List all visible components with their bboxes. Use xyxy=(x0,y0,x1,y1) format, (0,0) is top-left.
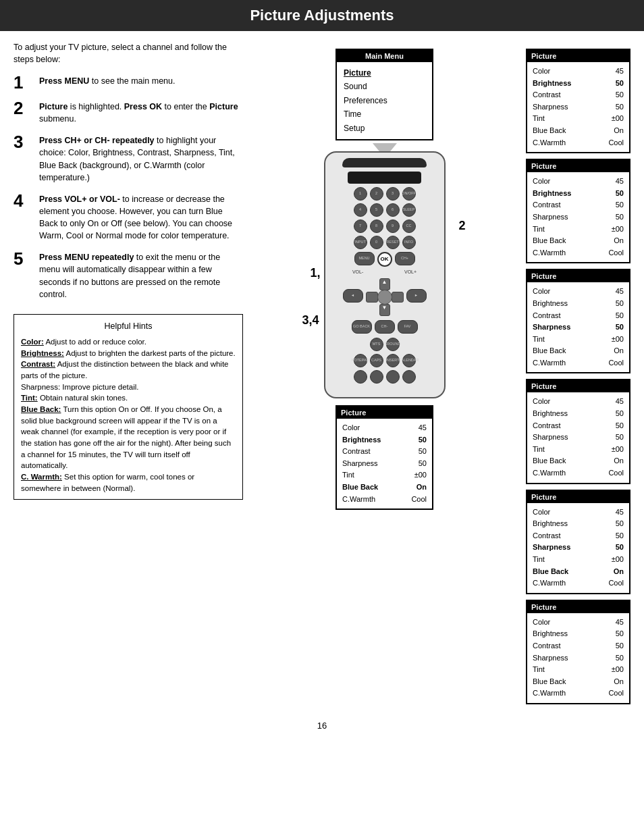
pb2-contrast: Contrast50 xyxy=(533,199,624,211)
step-number-1: 1 xyxy=(14,74,35,91)
pb4-blueback: Blue BackOn xyxy=(533,455,624,467)
pb-br-blueback: Blue BackOn xyxy=(533,676,624,688)
btn-3[interactable]: 3 xyxy=(386,187,400,201)
btn-calendar[interactable]: CALENDAR xyxy=(402,354,416,367)
btn-1[interactable]: 1 xyxy=(354,187,367,201)
btn-presets[interactable]: PRESETS xyxy=(386,236,400,249)
picture-box-4: Picture Color45 Brightness50 Contrast50 … xyxy=(526,379,630,484)
pb-br-brightness: Brightness50 xyxy=(533,628,624,640)
pb-br-sharpness: Sharpness50 xyxy=(533,652,624,664)
btn-sround[interactable]: SROUND xyxy=(386,338,400,351)
center-row-cwarmth: C.WarmthCool xyxy=(342,494,427,506)
btn-sleep[interactable]: SLEEP xyxy=(402,203,416,217)
vol-labels: VOL- VOL+ xyxy=(332,269,437,274)
vol-minus-label: VOL- xyxy=(352,269,363,274)
btn-menu[interactable]: MENU xyxy=(354,252,375,265)
pb3-sharpness: Sharpness50 xyxy=(533,321,624,334)
step-text-5: Press MENU repeatedly to exit the menu o… xyxy=(39,251,243,301)
btn-5[interactable]: 5 xyxy=(370,203,383,217)
btn-ch-up[interactable]: CH+ xyxy=(395,252,415,265)
intro-text: To adjust your TV picture, select a chan… xyxy=(14,42,243,66)
pb2-color: Color45 xyxy=(533,176,624,188)
btn-row-last xyxy=(332,370,437,384)
btn-7[interactable]: 7 xyxy=(354,219,367,233)
dpad-center[interactable] xyxy=(377,290,392,305)
pb1-contrast: Contrast50 xyxy=(533,89,624,101)
btn-vol-plus[interactable]: ► xyxy=(406,289,427,303)
page-title: Picture Adjustments xyxy=(0,0,644,31)
picture-box-3-body: Color45 Brightness50 Contrast50 Sharpnes… xyxy=(527,282,629,372)
btn-goback[interactable]: GO BACK xyxy=(352,320,372,334)
btn-notepad[interactable]: NOTEPAD xyxy=(354,354,367,367)
btn-caps[interactable]: CAPS xyxy=(370,354,383,367)
pb2-tint: Tint±00 xyxy=(533,224,624,236)
hints-title: Helpful Hints xyxy=(21,320,236,332)
pb3-contrast: Contrast50 xyxy=(533,310,624,322)
btn-0[interactable]: 0 xyxy=(370,236,383,249)
btn-input[interactable]: INPUT xyxy=(354,236,367,249)
dpad-right[interactable] xyxy=(392,292,404,303)
btn-f1[interactable] xyxy=(354,370,367,384)
btn-f3[interactable] xyxy=(386,370,400,384)
picture-box-1: Picture Color45 Brightness50 Contrast50 … xyxy=(526,49,630,153)
btn-onoff[interactable]: ON/OFF xyxy=(402,187,416,201)
btn-mts[interactable]: MTS xyxy=(370,338,383,351)
vol-plus-label: VOL+ xyxy=(404,269,417,274)
center-row-blueback: Blue BackOn xyxy=(342,481,427,494)
pb5-tint: Tint±00 xyxy=(533,554,624,566)
pb2-brightness: Brightness50 xyxy=(533,188,624,200)
btn-f2[interactable] xyxy=(370,370,383,384)
picture-box-3-title: Picture xyxy=(527,270,629,282)
btn-ch-down[interactable]: CH- xyxy=(375,320,395,334)
btn-2[interactable]: 2 xyxy=(370,187,383,201)
center-row-sharpness: Sharpness50 xyxy=(342,458,427,470)
btn-ok[interactable]: OK xyxy=(377,252,392,267)
pb5-sharpness: Sharpness50 xyxy=(533,542,624,554)
pb5-cwarmth: C.WarmthCool xyxy=(533,577,624,590)
menu-item-setup: Setup xyxy=(344,122,425,135)
pb3-cwarmth: C.WarmthCool xyxy=(533,357,624,369)
pb1-tint: Tint±00 xyxy=(533,113,624,125)
btn-row-bottom: NOTEPAD CAPS INSERT CALENDAR xyxy=(332,354,437,367)
step-text-2: Picture is highlighted. Press OK to ente… xyxy=(39,101,243,125)
dpad-down[interactable]: ▼ xyxy=(379,304,390,316)
picture-box-5: Picture Color45 Brightness50 Contrast50 … xyxy=(526,490,630,594)
dpad: ▲ ▼ xyxy=(366,278,404,316)
picture-box-2-title: Picture xyxy=(527,160,629,172)
btn-9[interactable]: 9 xyxy=(386,219,400,233)
pb4-cwarmth: C.WarmthCool xyxy=(533,467,624,479)
step-number-5: 5 xyxy=(14,250,35,267)
btn-info[interactable]: INFO xyxy=(402,236,416,249)
center-bottom-picture-body: Color45 Brightness50 Contrast50 Sharpnes… xyxy=(337,419,432,509)
btn-cc[interactable]: CC xyxy=(402,219,416,233)
steps-list: 1 Press MENU to see the main menu. 2 Pic… xyxy=(14,75,243,301)
step-number-4: 4 xyxy=(14,192,35,209)
step-number-2: 2 xyxy=(14,99,35,117)
btn-f4[interactable] xyxy=(402,370,416,384)
left-column: To adjust your TV picture, select a chan… xyxy=(14,42,243,710)
btn-4[interactable]: 4 xyxy=(354,203,367,217)
picture-box-4-body: Color45 Brightness50 Contrast50 Sharpnes… xyxy=(527,392,629,482)
btn-vol-minus[interactable]: ◄ xyxy=(343,289,363,303)
picture-box-bottom-right: Picture Color45 Brightness50 Contrast50 … xyxy=(526,600,630,704)
menu-item-time: Time xyxy=(344,107,425,121)
btn-fav[interactable]: FAV xyxy=(398,320,418,334)
helpful-hints-box: Helpful Hints Color: Adjust to add or re… xyxy=(14,314,243,500)
btn-6[interactable]: 6 xyxy=(386,203,400,217)
pb1-color: Color45 xyxy=(533,66,624,78)
step-1: 1 Press MENU to see the main menu. xyxy=(14,75,243,91)
center-bottom-picture-title: Picture xyxy=(337,407,432,419)
pb3-tint: Tint±00 xyxy=(533,334,624,346)
dpad-left[interactable] xyxy=(366,292,378,303)
dpad-up[interactable]: ▲ xyxy=(379,278,390,290)
dpad-wrapper: ◄ ▲ ▼ ► xyxy=(332,278,437,316)
pb1-blueback: Blue BackOn xyxy=(533,125,624,137)
btn-insert[interactable]: INSERT xyxy=(386,354,400,367)
btn-8[interactable]: 8 xyxy=(370,219,383,233)
btn-row-mts: MTS SROUND xyxy=(332,338,437,351)
step-label-2: 2 xyxy=(458,219,465,233)
remote-screen xyxy=(348,172,421,184)
pb1-cwarmth: C.WarmthCool xyxy=(533,137,624,149)
btn-row-4: INPUT 0 PRESETS INFO xyxy=(332,236,437,249)
pb4-color: Color45 xyxy=(533,396,624,408)
